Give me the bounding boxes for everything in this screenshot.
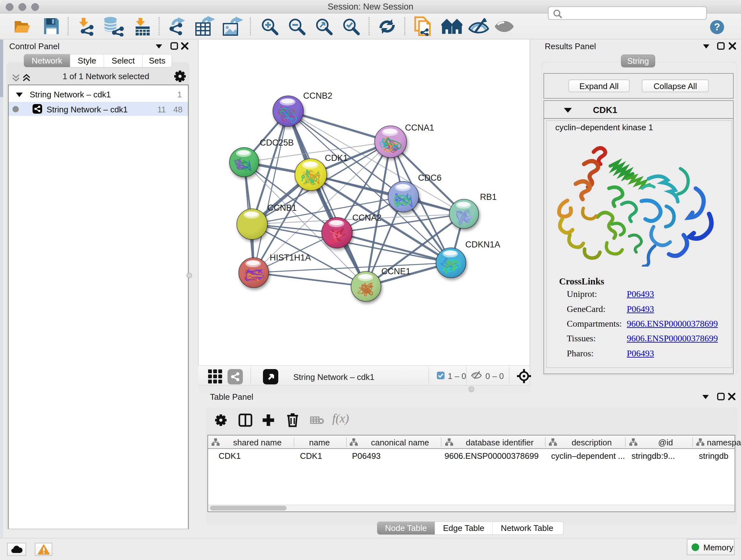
svg-text:CCNB1: CCNB1	[267, 203, 297, 212]
svg-text:HIST1H1A: HIST1H1A	[270, 253, 311, 262]
svg-text:CCNB2: CCNB2	[303, 91, 333, 101]
svg-text:CDKN1A: CDKN1A	[465, 240, 500, 249]
svg-text:CDK1: CDK1	[325, 153, 348, 163]
svg-text:CCNA1: CCNA1	[405, 123, 434, 132]
svg-text:CCNA2: CCNA2	[352, 213, 382, 223]
svg-text:CCNE1: CCNE1	[381, 266, 411, 276]
svg-text:CDC6: CDC6	[418, 173, 442, 183]
svg-text:?: ?	[714, 21, 720, 33]
svg-text:RB1: RB1	[480, 192, 497, 202]
svg-text:CDC25B: CDC25B	[260, 138, 294, 147]
